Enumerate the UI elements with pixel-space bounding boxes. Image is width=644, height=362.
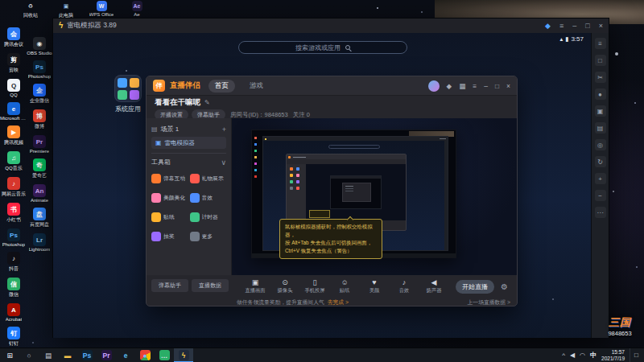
desktop-icon[interactable]: 钉 钉钉 bbox=[1, 327, 27, 348]
sidebar-tool-icon[interactable]: − bbox=[595, 190, 606, 201]
game-search-bar[interactable]: 搜索游戏或应用 bbox=[238, 41, 407, 54]
taskbar-icon[interactable]: ▬ bbox=[58, 348, 77, 362]
desktop-icon[interactable]: A Acrobat bbox=[1, 303, 27, 322]
toolbox-item[interactable]: 抽奖 bbox=[151, 228, 188, 245]
add-scene-button[interactable]: + bbox=[222, 125, 226, 134]
app-titlebar[interactable]: 伴 直播伴侣 首页 游戏 ◆ ▦ ≡ – □ × bbox=[147, 76, 517, 96]
taskbar-icon[interactable]: e bbox=[116, 348, 135, 362]
skin-icon[interactable]: ▦ bbox=[459, 82, 465, 90]
menu-icon[interactable]: ≡ bbox=[473, 82, 477, 90]
minimize-button[interactable]: – bbox=[572, 22, 576, 30]
toolbox-item[interactable]: 礼物展示 bbox=[190, 171, 227, 187]
sidebar-tool-icon[interactable]: □ bbox=[595, 55, 606, 66]
sidebar-tool-icon[interactable]: ▣ bbox=[595, 105, 606, 117]
desktop-icon[interactable]: Ps Photoshop bbox=[1, 228, 27, 247]
network-icon[interactable]: ◠ bbox=[580, 352, 585, 359]
taskbar-icon[interactable]: Ps bbox=[77, 348, 97, 362]
toolbar-item[interactable]: ♥ 美颜 bbox=[361, 278, 387, 294]
edit-icon[interactable]: ✎ bbox=[204, 99, 210, 106]
desktop-icon[interactable]: ♪ 网易云音乐 bbox=[1, 177, 27, 198]
status-link[interactable]: 去完成 > bbox=[328, 298, 349, 306]
desktop-icon[interactable]: 盘 百度网盘 bbox=[27, 208, 52, 228]
desktop-icon[interactable]: ▶ 腾讯视频 bbox=[1, 125, 27, 146]
sidebar-tool-icon[interactable]: ⋯ bbox=[595, 207, 606, 218]
toolbox-item[interactable]: 更多 bbox=[190, 228, 227, 245]
toolbox-item[interactable]: 贴纸 bbox=[151, 209, 188, 225]
toolbar-item[interactable]: ▣ 直播画面 bbox=[242, 278, 268, 294]
taskbar-icon[interactable]: ● bbox=[135, 348, 155, 362]
desktop-icon[interactable]: 信 微信 bbox=[1, 278, 27, 298]
desktop-icon[interactable]: 博 微博 bbox=[27, 109, 52, 130]
toolbar-item[interactable]: ◀ 扬声器 bbox=[421, 278, 447, 294]
tab-home[interactable]: 首页 bbox=[208, 80, 235, 93]
system-apps-folder[interactable]: 系统应用 bbox=[112, 75, 144, 113]
ime-indicator[interactable]: 中 bbox=[590, 351, 597, 360]
sidebar-tool-icon[interactable]: ● bbox=[595, 88, 606, 100]
close-button[interactable]: × bbox=[506, 82, 510, 90]
desktop-icon[interactable]: Lr Lightroom bbox=[27, 233, 52, 252]
menu-icon[interactable]: ≡ bbox=[559, 22, 564, 30]
taskbar-icon[interactable]: ⊞ bbox=[0, 348, 19, 362]
desktop-icon[interactable]: ◉ OBS Studio bbox=[27, 37, 52, 56]
taskbar-clock[interactable]: 15:57 2021/7/19 bbox=[601, 349, 625, 361]
sidebar-tool-icon[interactable]: ↻ bbox=[595, 156, 606, 167]
toolbar-item[interactable]: ♪ 音效 bbox=[391, 278, 417, 294]
desktop-icon[interactable]: Ae Ae bbox=[124, 1, 150, 19]
toolbar-item[interactable]: ☺ 贴纸 bbox=[332, 278, 357, 294]
desktop-icon[interactable]: e Microsoft Edge bbox=[1, 102, 27, 121]
taskbar-icon[interactable]: … bbox=[155, 348, 174, 362]
desktop-icon-glyph: 奇 bbox=[33, 158, 46, 171]
toolbar-item[interactable]: ⊙ 摄像头 bbox=[272, 278, 298, 294]
divider bbox=[151, 153, 226, 154]
gift-icon[interactable]: ◆ bbox=[447, 82, 452, 90]
desktop-icon[interactable]: 会 腾讯会议 bbox=[1, 27, 27, 48]
desktop-icon[interactable]: 企 企业微信 bbox=[27, 84, 52, 105]
desktop-icon[interactable]: ♫ QQ音乐 bbox=[1, 151, 27, 172]
toolbox-item[interactable]: 美颜美化 bbox=[151, 190, 188, 206]
sidebar-tool-icon[interactable]: + bbox=[595, 173, 606, 184]
user-avatar[interactable] bbox=[428, 80, 440, 92]
source-item[interactable]: ▣ 雷电模拟器 bbox=[151, 137, 226, 149]
minimize-button[interactable]: – bbox=[484, 82, 488, 90]
desktop-icon[interactable]: W WPS Office bbox=[89, 1, 114, 19]
desktop-icon[interactable]: Ps Photoshop bbox=[27, 60, 52, 79]
vip-icon[interactable]: ◆ bbox=[545, 22, 551, 30]
panel-button[interactable]: 直播数据 bbox=[192, 279, 229, 292]
emulator-titlebar[interactable]: ϟ 雷电模拟器 3.89 ◆ ≡ – □ × bbox=[53, 19, 609, 33]
taskbar-icon[interactable]: Pr bbox=[97, 348, 116, 362]
toolbox-header[interactable]: 工具箱 ∨ bbox=[151, 156, 226, 168]
desktop-icon[interactable]: Pr Premiere bbox=[27, 135, 52, 154]
sidebar-tool-icon[interactable]: ▤ bbox=[595, 122, 606, 134]
toolbox-item[interactable]: 音效 bbox=[190, 190, 227, 206]
panel-button[interactable]: 弹幕助手 bbox=[151, 279, 188, 292]
desktop-icon[interactable]: ▣ 此电脑 bbox=[53, 1, 79, 19]
volume-icon[interactable]: ◀ bbox=[570, 352, 575, 359]
desktop-icon[interactable]: 奇 爱奇艺 bbox=[27, 158, 52, 179]
toolbox-item[interactable]: 弹幕互动 bbox=[151, 171, 188, 187]
taskbar-icon[interactable]: ▤ bbox=[39, 348, 58, 362]
desktop-icon[interactable]: An Animate bbox=[27, 184, 52, 203]
maximize-button[interactable]: □ bbox=[495, 82, 499, 90]
close-button[interactable]: × bbox=[599, 22, 603, 30]
settings-gear-icon[interactable]: ⚙ bbox=[501, 282, 508, 291]
desktop-icon[interactable]: ♻ 回收站 bbox=[18, 1, 43, 19]
desktop-icon[interactable]: 书 小红书 bbox=[1, 203, 27, 224]
desktop-icon[interactable]: 剪 剪映 bbox=[1, 53, 27, 74]
toolbar-item[interactable]: ▯ 手机投屏 bbox=[302, 278, 328, 294]
tab-game[interactable]: 游戏 bbox=[243, 80, 270, 93]
desktop-icon[interactable]: Q QQ bbox=[1, 79, 27, 97]
tray-caret-icon[interactable]: ^ bbox=[562, 352, 565, 359]
maximize-button[interactable]: □ bbox=[585, 22, 589, 30]
sidebar-tool-icon[interactable]: ◎ bbox=[595, 139, 606, 150]
start-live-button[interactable]: 开始直播 bbox=[456, 280, 494, 294]
taskbar-icon[interactable]: ○ bbox=[19, 348, 39, 362]
toolbox-item[interactable]: 计时器 bbox=[190, 209, 227, 225]
collapse-icon[interactable]: ∨ bbox=[221, 158, 226, 167]
sidebar-tool-icon[interactable]: ✂ bbox=[595, 72, 606, 83]
desktop-icon[interactable]: ♪ 抖音 bbox=[1, 252, 27, 273]
notification-icon[interactable]: □ bbox=[630, 348, 642, 362]
taskbar-icon[interactable]: ϟ bbox=[174, 348, 193, 362]
sidebar-tool-icon[interactable]: ≡ bbox=[595, 38, 606, 49]
scene-row[interactable]: ▤ 场景 1 + bbox=[151, 123, 226, 135]
last-session-link[interactable]: 上一场直播数据 > bbox=[468, 298, 510, 306]
